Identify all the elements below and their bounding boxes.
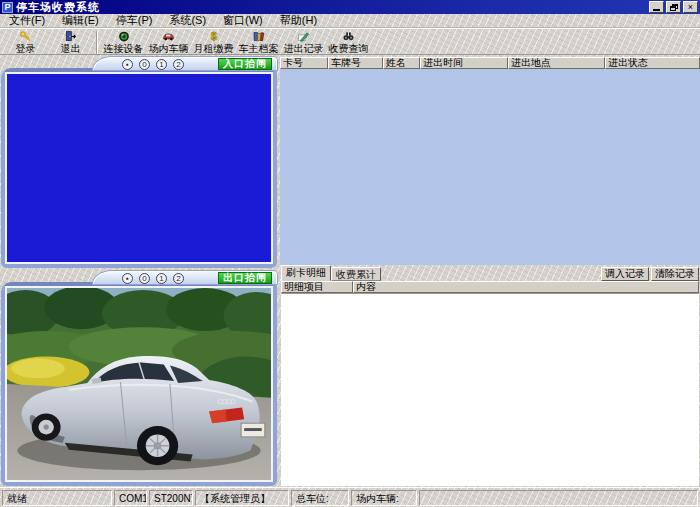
exit-camera-video (5, 286, 273, 482)
exit-camera-car-image (7, 288, 271, 480)
column-name: 姓名 (383, 57, 420, 69)
records-header-row: 卡号 车牌号 姓名 进出时间 进出地点 进出状态 (280, 57, 700, 69)
key-icon (18, 30, 34, 43)
toolbar-label: 登录 (16, 43, 36, 54)
monthly-fee-button[interactable]: $ 月租缴费 (191, 30, 236, 55)
entrance-camera-video (5, 72, 273, 264)
toolbar-label: 车主档案 (239, 43, 279, 54)
exit-channel-record-button[interactable]: ▪ (122, 273, 133, 284)
entrance-channel-record-button[interactable]: ▪ (122, 59, 133, 70)
detail-list-area[interactable] (281, 293, 699, 486)
toolbar-label: 连接设备 (104, 43, 144, 54)
minimize-icon (653, 9, 660, 11)
title-bar: P 停车场收费系统 × (0, 0, 700, 14)
menu-window[interactable]: 窗口(W) (216, 13, 270, 28)
status-empty-panel (419, 490, 698, 506)
exit-panel-header: ▪ 0 1 2 出口抬闸 (93, 271, 277, 284)
exit-gate-open-button[interactable]: 出口抬闸 (218, 272, 272, 284)
status-ready: 就绪 (2, 490, 112, 506)
tab-fee-accumulation[interactable]: 收费累计 (331, 267, 381, 281)
status-total-spaces: 总车位: (291, 490, 349, 506)
owner-files-button[interactable]: 车主档案 (236, 30, 281, 55)
toolbar: 登录 退出 连接设备 场内车辆 $ 月租缴费 (0, 28, 700, 55)
exit-channel-0-button[interactable]: 0 (139, 273, 150, 284)
toolbar-label: 收费查询 (329, 43, 369, 54)
owner-files-icon (251, 30, 267, 43)
status-operator: 【系统管理员】 (195, 490, 289, 506)
menu-system[interactable]: 系统(S) (162, 13, 213, 28)
column-inout-place: 进出地点 (508, 57, 605, 69)
dollar-icon: $ (206, 30, 222, 43)
toolbar-label: 月租缴费 (194, 43, 234, 54)
load-records-button[interactable]: 调入记录 (601, 267, 649, 281)
inout-records-button[interactable]: 进出记录 (281, 30, 326, 55)
exit-channel-2-button[interactable]: 2 (173, 273, 184, 284)
toolbar-separator (96, 31, 98, 54)
connect-device-button[interactable]: 连接设备 (101, 30, 146, 55)
column-inout-status: 进出状态 (605, 57, 700, 69)
records-list-area[interactable] (280, 69, 700, 265)
toolbar-label: 进出记录 (284, 43, 324, 54)
close-icon: × (688, 3, 693, 12)
menu-help[interactable]: 帮助(H) (273, 13, 324, 28)
menu-parking[interactable]: 停车(P) (109, 13, 160, 28)
parking-system-window: P 停车场收费系统 × 文件(F) 编辑(E) 停车(P) 系统(S) 窗口(W… (0, 0, 700, 507)
status-bar: 就绪 COM1 ST200NT2 【系统管理员】 总车位: 场内车辆: (0, 487, 700, 507)
entrance-channel-0-button[interactable]: 0 (139, 59, 150, 70)
column-detail-item: 明细项目 (281, 281, 353, 293)
entrance-gate-open-button[interactable]: 入口抬闸 (218, 58, 272, 70)
exit-camera-frame (1, 282, 277, 486)
detail-tabs-row: 刷卡明细 收费累计 调入记录 清除记录 (281, 265, 699, 281)
entrance-camera-frame (1, 68, 277, 268)
tab-card-swipe-detail[interactable]: 刷卡明细 (281, 265, 331, 281)
status-com-port: COM1 (114, 490, 147, 506)
close-button[interactable]: × (683, 1, 698, 13)
toolbar-label: 场内车辆 (149, 43, 189, 54)
column-card-no: 卡号 (280, 57, 328, 69)
record-pen-icon (296, 30, 312, 43)
car-icon (161, 30, 177, 43)
restore-icon (670, 4, 678, 11)
status-vehicles-in-lot: 场内车辆: (351, 490, 417, 506)
svg-text:$: $ (210, 30, 217, 42)
app-icon: P (2, 2, 13, 13)
entrance-channel-2-button[interactable]: 2 (173, 59, 184, 70)
connect-device-icon (116, 30, 132, 43)
exit-camera-panel: ▪ 0 1 2 出口抬闸 (1, 271, 277, 486)
entrance-camera-panel: ▪ 0 1 2 入口抬闸 (1, 57, 277, 268)
fee-query-button[interactable]: 收费查询 (326, 30, 371, 55)
inout-records-table: 卡号 车牌号 姓名 进出时间 进出地点 进出状态 (280, 57, 700, 265)
toolbar-label: 退出 (61, 43, 81, 54)
restore-button[interactable] (666, 1, 681, 13)
exit-channel-1-button[interactable]: 1 (156, 273, 167, 284)
login-button[interactable]: 登录 (3, 30, 48, 55)
vehicles-in-lot-button[interactable]: 场内车辆 (146, 30, 191, 55)
entrance-channel-1-button[interactable]: 1 (156, 59, 167, 70)
entrance-panel-header: ▪ 0 1 2 入口抬闸 (93, 57, 277, 70)
exit-button[interactable]: 退出 (48, 30, 93, 55)
column-detail-content: 内容 (353, 281, 699, 293)
card-detail-table: 明细项目 内容 (281, 281, 699, 486)
menu-edit[interactable]: 编辑(E) (55, 13, 106, 28)
column-inout-time: 进出时间 (420, 57, 508, 69)
menu-bar: 文件(F) 编辑(E) 停车(P) 系统(S) 窗口(W) 帮助(H) (0, 14, 700, 28)
status-device-model: ST200NT2 (149, 490, 193, 506)
binoculars-icon (341, 30, 357, 43)
exit-door-icon (63, 30, 79, 43)
minimize-button[interactable] (649, 1, 664, 13)
clear-records-button[interactable]: 清除记录 (651, 267, 699, 281)
column-plate-no: 车牌号 (328, 57, 383, 69)
menu-file[interactable]: 文件(F) (2, 13, 52, 28)
detail-header-row: 明细项目 内容 (281, 281, 699, 293)
